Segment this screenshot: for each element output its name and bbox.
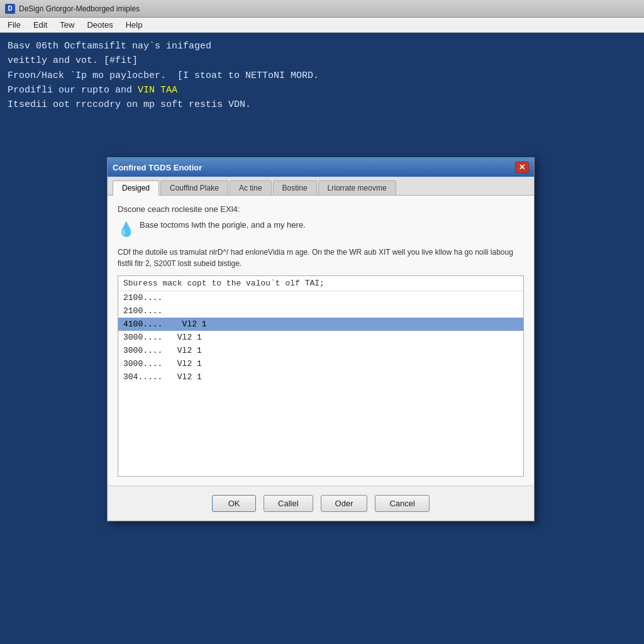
tab-bostine[interactable]: Bostine (273, 180, 317, 195)
list-item[interactable]: 2100.... (118, 291, 523, 304)
terminal-highlight: VIN TAA (138, 85, 177, 96)
menu-tew[interactable]: Tew (55, 19, 79, 31)
tab-content: Dscone ceach roclesite one EXl4: 💧 Base … (108, 196, 534, 486)
dialog-close-button[interactable]: ✕ (515, 162, 529, 173)
menu-deotes[interactable]: Deotes (82, 19, 118, 31)
title-bar: D DeSign Griorgor-Medborged imiples (0, 0, 644, 18)
menu-edit[interactable]: Edit (28, 19, 52, 31)
dialog-title-bar: Confired TGDS Enotior ✕ (108, 158, 534, 177)
list-item[interactable]: 2100.... (118, 304, 523, 318)
menu-file[interactable]: File (3, 19, 26, 31)
menu-help[interactable]: Help (121, 19, 148, 31)
dialog-buttons: OK Callel Oder Cancel (108, 486, 534, 521)
terminal-line-2: veittly and vot. [#fit] (8, 53, 636, 68)
detail-text: CDf the dutoile us tramulat nlrD^/ had e… (118, 247, 524, 269)
dialog-title-text: Confired TGDS Enotior (113, 163, 202, 172)
tab-bar: Desiged Couffind Plake Ac tine Bostine L… (108, 177, 534, 196)
terminal-line-3: Froon/Hack `Ip mo paylocber. [I stoat to… (8, 69, 636, 83)
list-header: Sburess mack copt to the valou`t olf TAI… (118, 276, 523, 291)
oder-button[interactable]: Oder (321, 495, 368, 512)
tab-ac-tine[interactable]: Ac tine (230, 180, 272, 195)
info-icon: 💧 (118, 221, 135, 238)
list-item-selected[interactable]: 4100.... Vl2 1 (118, 318, 523, 331)
description-text: Dscone ceach roclesite one EXl4: (118, 204, 524, 214)
tab-lriorrate[interactable]: Lriorrate meovme (318, 180, 396, 195)
ok-button[interactable]: OK (212, 495, 256, 512)
list-item[interactable]: 3000.... Vl2 1 (118, 344, 523, 357)
list-box[interactable]: Sburess mack copt to the valou`t olf TAI… (118, 275, 524, 477)
list-item[interactable]: 304..... Vl2 1 (118, 370, 523, 384)
tab-couffind[interactable]: Couffind Plake (160, 180, 228, 195)
terminal-line-4: Prodifli our rupto and VIN TAA (8, 83, 636, 97)
cancel-button[interactable]: Cancel (375, 495, 429, 512)
tab-desiged[interactable]: Desiged (113, 180, 159, 196)
title-bar-text: DeSign Griorgor-Medborged imiples (19, 4, 140, 13)
menu-bar: File Edit Tew Deotes Help (0, 18, 644, 33)
info-text: Base toctoms lwth the porigle, and a my … (140, 220, 306, 230)
callel-button[interactable]: Callel (264, 495, 313, 512)
dialog: Confired TGDS Enotior ✕ Desiged Couffind… (107, 157, 535, 521)
app-icon: D (5, 4, 15, 14)
terminal-line-5: Itsedii oot rrccodry on mp soft restis V… (8, 97, 636, 112)
info-box: 💧 Base toctoms lwth the porigle, and a m… (118, 220, 524, 238)
terminal-line-1: Basv 06th Ocftamsiflt nay`s inifaged (8, 39, 636, 53)
list-item[interactable]: 3000.... Vl2 1 (118, 357, 523, 370)
dialog-content: Desiged Couffind Plake Ac tine Bostine L… (108, 177, 534, 486)
terminal-area: Basv 06th Ocftamsiflt nay`s inifaged vei… (0, 33, 644, 177)
list-item[interactable]: 3000.... Vl2 1 (118, 331, 523, 344)
